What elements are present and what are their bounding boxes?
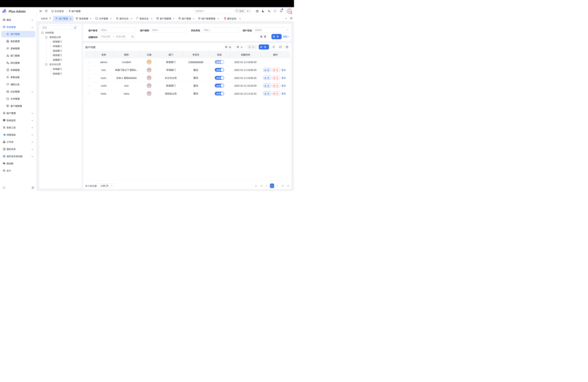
- svg-text:redis: redis: [224, 19, 226, 20]
- svg-text:DEV: DEV: [7, 91, 9, 92]
